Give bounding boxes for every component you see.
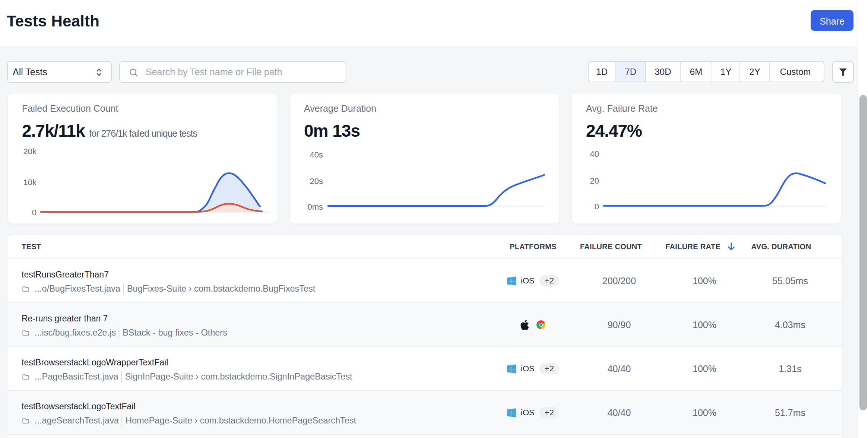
svg-text:20: 20 bbox=[590, 176, 599, 185]
svg-text:10k: 10k bbox=[23, 178, 37, 187]
svg-text:20k: 20k bbox=[23, 147, 37, 156]
svg-text:0: 0 bbox=[32, 208, 37, 217]
svg-text:0ms: 0ms bbox=[307, 202, 323, 212]
svg-text:40s: 40s bbox=[310, 150, 323, 159]
svg-text:20s: 20s bbox=[310, 177, 323, 186]
svg-text:0: 0 bbox=[595, 202, 599, 211]
svg-text:40: 40 bbox=[590, 149, 599, 159]
